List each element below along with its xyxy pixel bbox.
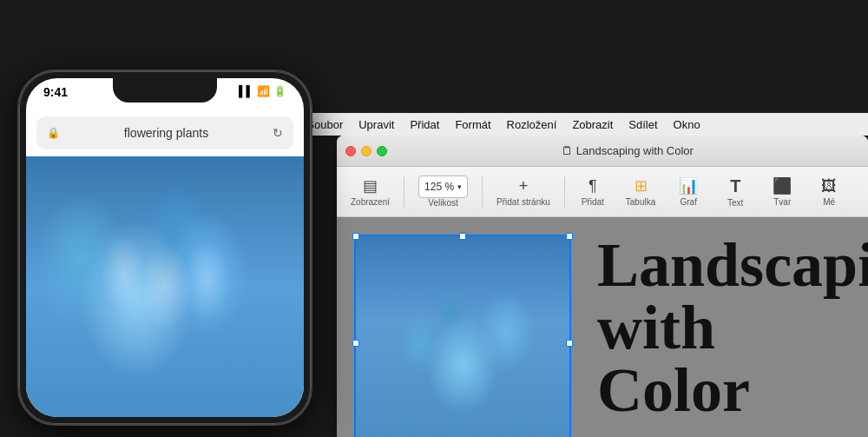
flower-overlay [26,156,304,417]
menu-sdilet[interactable]: Sdílet [628,118,657,131]
zoom-control[interactable]: 125 % ▾ [418,175,468,198]
status-time: 9:41 [43,85,68,99]
velikost-label: Velikost [428,198,457,208]
title-line2: with Color [597,296,868,421]
text-label: Text [727,198,743,208]
text-button[interactable]: T Text [714,173,756,211]
status-icons: ▌▌ 📶 🔋 [239,85,286,97]
table-icon: ⊞ [635,176,648,195]
text-icon: T [730,176,740,196]
paragraph-icon: ¶ [589,177,597,195]
menu-okno[interactable]: Okno [674,118,700,131]
fullscreen-button[interactable] [377,146,387,156]
address-bar[interactable]: 🔒 flowering plants ↻ [36,116,293,149]
separator-2 [482,176,483,208]
view-icon: ▤ [363,176,378,195]
wifi-icon: 📶 [257,85,270,97]
lock-icon: 🔒 [47,127,60,139]
reload-icon[interactable]: ↻ [273,126,283,140]
zobrazeni-label: Zobrazení [351,197,390,207]
media-button[interactable]: 🖼 Mé [808,174,850,210]
shape-icon: ⬛ [773,176,792,195]
zobrazeni-button[interactable]: ▤ Zobrazení [344,173,397,210]
zoom-value: 125 % [424,181,454,193]
velikost-button[interactable]: 125 % ▾ Velikost [411,172,475,211]
window-titlebar: 🗒 Landscaping with Color [337,136,868,167]
window-title: 🗒 Landscaping with Color [396,144,859,157]
pridat-button[interactable]: ¶ Přidat [572,174,614,210]
url-text[interactable]: flowering plants [65,126,267,140]
selection-border [354,235,571,437]
menu-upravit[interactable]: Upravit [358,118,394,131]
separator-1 [404,176,404,208]
pridat-label: Přidat [582,197,604,207]
close-button[interactable] [345,146,356,156]
graf-button[interactable]: 📊 Graf [667,173,709,210]
toolbar: ▤ Zobrazení 125 % ▾ Velikost + Přidat st… [337,167,868,217]
handle-topleft[interactable] [352,233,359,240]
handle-topmid[interactable] [459,233,466,240]
minimize-button[interactable] [361,146,372,156]
chart-icon: 📊 [679,176,698,195]
menubar: Pages Soubor Upravit Přidat Formát Rozlo… [230,113,868,136]
tvar-button[interactable]: ⬛ Tvar [761,173,803,210]
document-text-area: Landscapi with Color [589,217,868,437]
graf-label: Graf [681,197,697,207]
add-page-icon: + [519,177,529,195]
menu-pridat[interactable]: Přidat [410,118,439,131]
iphone-notch [113,78,217,103]
iphone-content-image [26,156,304,417]
handle-topright[interactable] [566,233,573,240]
menu-rozlozeni[interactable]: Rozložení [507,118,557,131]
signal-icon: ▌▌ [239,85,253,97]
separator-3 [564,176,565,208]
iphone-frame: 9:41 ▌▌ 📶 🔋 🔒 flowering plants ↻ [17,70,312,426]
handle-rightmid[interactable] [566,340,573,347]
tabulka-button[interactable]: ⊞ Tabulka [619,173,662,210]
document-area: Landscapi with Color [337,217,868,437]
menu-zobrazit[interactable]: Zobrazit [572,118,613,131]
me-label: Mé [823,197,835,207]
iphone-screen: 9:41 ▌▌ 📶 🔋 🔒 flowering plants ↻ [26,78,304,417]
tabulka-label: Tabulka [626,197,655,207]
menu-format[interactable]: Formát [455,118,490,131]
pridat-stranku-button[interactable]: + Přidat stránku [490,174,557,210]
tvar-label: Tvar [773,197,791,207]
handle-leftmid[interactable] [352,340,359,347]
document-icon: 🗒 [562,144,573,157]
pridat-stranku-label: Přidat stránku [496,197,550,207]
document-canvas [354,235,571,437]
title-line1: Landscapi [597,234,868,296]
battery-icon: 🔋 [273,85,286,97]
traffic-lights [345,146,387,156]
document-title: Landscapi with Color [597,234,868,421]
media-icon: 🖼 [821,177,837,195]
zoom-arrow-icon: ▾ [457,182,462,191]
iphone-body: 9:41 ▌▌ 📶 🔋 🔒 flowering plants ↻ [17,70,312,426]
pages-window: 🗒 Landscaping with Color ▤ Zobrazení 125… [337,136,868,437]
